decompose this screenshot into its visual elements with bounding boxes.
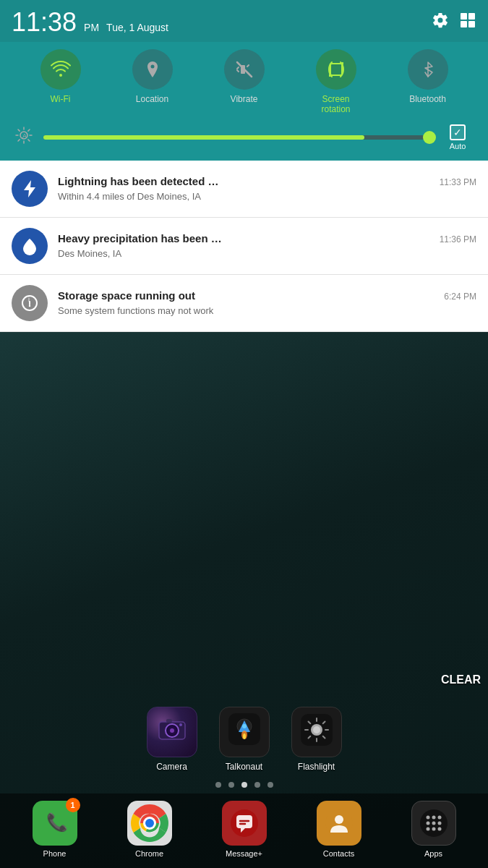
brightness-slider[interactable] [43, 135, 435, 140]
page-dot-2 [228, 782, 234, 788]
phone-label: Phone [43, 849, 67, 858]
contacts-icon-box [317, 801, 361, 846]
toggle-bluetooth[interactable]: Bluetooth [408, 49, 448, 114]
page-dot-3 [241, 782, 247, 788]
svg-point-32 [426, 816, 429, 820]
svg-rect-44 [468, 21, 475, 27]
rain-time: 11:36 PM [440, 234, 476, 244]
chrome-icon-box [127, 801, 172, 846]
settings-icon[interactable] [432, 12, 449, 33]
camera-icon [156, 713, 188, 751]
vibrate-circle [224, 49, 265, 90]
svg-line-57 [18, 140, 20, 141]
svg-point-61 [29, 305, 30, 307]
status-time-date: 11:38 PM Tue, 1 August [12, 7, 168, 38]
screen-rotation-circle [316, 49, 356, 90]
svg-rect-4 [166, 719, 172, 723]
svg-point-39 [432, 827, 435, 831]
dock-item-contacts[interactable]: Contacts [317, 801, 361, 858]
notification-shade: 11:38 PM Tue, 1 August [0, 0, 488, 332]
svg-text:📞: 📞 [46, 812, 68, 833]
grid-icon[interactable] [459, 12, 476, 33]
svg-point-34 [437, 816, 441, 820]
svg-point-40 [437, 827, 441, 831]
storage-time: 6:24 PM [444, 292, 476, 302]
dock-item-message[interactable]: Message+ [222, 801, 267, 858]
storage-notif-content: Storage space running out 6:24 PM Some s… [58, 289, 476, 317]
dock-item-apps[interactable]: Apps [411, 801, 456, 858]
svg-line-56 [28, 129, 30, 131]
auto-brightness[interactable]: ✓ Auto [442, 124, 474, 150]
notification-storage[interactable]: i Storage space running out 6:24 PM Some… [0, 275, 488, 332]
apps-label: Apps [424, 849, 442, 858]
message-icon-box [222, 801, 267, 846]
lightning-title: Lightning has been detected … [58, 175, 219, 187]
dock-item-chrome[interactable]: Chrome [127, 801, 172, 858]
brightness-row: A ✓ Auto [14, 124, 474, 150]
storage-title-row: Storage space running out 6:24 PM [58, 289, 476, 302]
svg-line-54 [18, 129, 20, 131]
svg-point-33 [432, 816, 435, 820]
quick-settings: Wi-Fi Location [0, 42, 488, 161]
svg-point-11 [243, 733, 246, 739]
screen-rotation-label: Screenrotation [321, 94, 350, 114]
status-icons [432, 12, 476, 33]
toggle-vibrate[interactable]: Vibrate [224, 49, 265, 114]
dock-item-phone[interactable]: 📞 1 Phone [33, 801, 77, 858]
status-date: Tue, 1 August [106, 22, 168, 33]
location-circle [132, 49, 173, 90]
svg-rect-62 [29, 301, 30, 305]
clear-button[interactable]: CLEAR [441, 673, 481, 686]
apps-icon [420, 809, 448, 837]
location-label: Location [136, 94, 168, 104]
storage-subtitle: Some system functions may not work [58, 305, 213, 316]
dock: 📞 1 Phone [0, 793, 488, 868]
svg-marker-58 [24, 180, 35, 197]
rain-notif-icon [12, 228, 48, 264]
camera-icon-box [147, 707, 197, 757]
page-dot-1 [215, 782, 221, 788]
svg-text:A: A [22, 132, 27, 140]
svg-point-3 [170, 728, 174, 733]
lightning-notif-content: Lightning has been detected … 11:33 PM W… [58, 175, 476, 203]
storage-title: Storage space running out [58, 289, 195, 302]
toggle-location[interactable]: Location [132, 49, 173, 114]
svg-line-55 [28, 140, 30, 141]
svg-point-37 [437, 822, 441, 825]
page-dots [0, 776, 488, 793]
status-ampm: PM [84, 22, 99, 33]
phone-icon: 📞 [41, 808, 69, 838]
toggle-wifi[interactable]: Wi-Fi [40, 49, 81, 114]
storage-notif-icon: i [12, 285, 48, 321]
brightness-fill [43, 135, 364, 140]
app-item-flashlight[interactable]: Flashlight [291, 707, 342, 772]
svg-point-30 [335, 815, 343, 824]
brightness-icon: A [14, 126, 36, 149]
status-time: 11:38 [12, 7, 77, 38]
message-icon [231, 809, 258, 837]
app-item-camera[interactable]: Camera [147, 707, 197, 772]
quick-toggles: Wi-Fi Location [14, 49, 474, 114]
svg-rect-43 [461, 21, 467, 27]
notification-rain[interactable]: Heavy precipitation has been … 11:36 PM … [0, 218, 488, 275]
contacts-icon [325, 809, 353, 837]
phone-badge: 1 [66, 798, 80, 812]
lightning-subtitle: Within 4.4 miles of Des Moines, IA [58, 191, 201, 202]
message-label: Message+ [226, 849, 262, 858]
svg-point-9 [242, 724, 247, 728]
app-item-talkonaut[interactable]: Talkonaut [219, 707, 270, 772]
lightning-title-row: Lightning has been detected … 11:33 PM [58, 175, 476, 187]
talkonaut-label: Talkonaut [226, 762, 262, 772]
notification-lightning[interactable]: Lightning has been detected … 11:33 PM W… [0, 161, 488, 218]
brightness-thumb [423, 131, 436, 144]
toggle-screen-rotation[interactable]: Screenrotation [316, 49, 356, 114]
talkonaut-icon-box [219, 707, 270, 757]
svg-rect-47 [330, 64, 342, 75]
flashlight-label: Flashlight [298, 762, 335, 772]
chrome-icon [131, 804, 168, 842]
wifi-label: Wi-Fi [51, 94, 71, 104]
rain-subtitle: Des Moines, IA [58, 248, 121, 259]
rain-title-row: Heavy precipitation has been … 11:36 PM [58, 232, 476, 244]
svg-point-5 [179, 723, 182, 726]
bluetooth-label: Bluetooth [409, 94, 446, 104]
